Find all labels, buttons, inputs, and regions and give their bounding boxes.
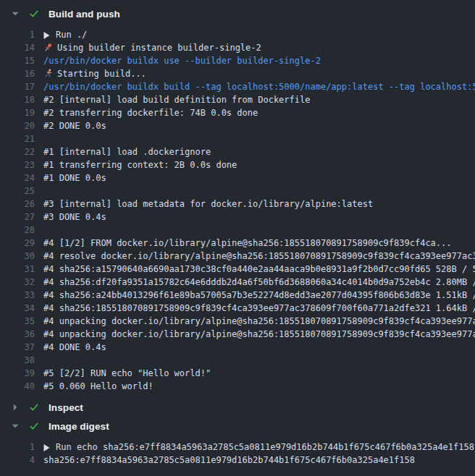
log-line: 18 #2 [internal] load build definition f…: [0, 93, 475, 106]
log-line: 39 #5 [2/2] RUN echo "Hello world!": [0, 367, 475, 380]
line-number[interactable]: 1: [0, 28, 35, 41]
log-line: 1 Run echo sha256:e7ff8834a5963a2785c5a0…: [0, 441, 475, 454]
line-number[interactable]: 38: [0, 354, 35, 367]
log-line: 36 #4 unpacking docker.io/library/alpine…: [0, 328, 475, 341]
log-line: 17 /usr/bin/docker buildx build --tag lo…: [0, 80, 475, 93]
log-line: 4 sha256:e7ff8834a5963a2785c5a0811e979d1…: [0, 454, 475, 467]
chevron-down-icon[interactable]: [12, 10, 19, 17]
log-line: 25: [0, 184, 475, 197]
line-number[interactable]: 14: [0, 41, 35, 54]
log-line-content: #4 [1/2] FROM docker.io/library/alpine@s…: [43, 237, 475, 250]
actions-log-viewer: Build and push 1 Run ./ 14 Using builder…: [0, 0, 475, 476]
log-line: 24 #1 DONE 0.0s: [0, 171, 475, 184]
chevron-right-icon[interactable]: [12, 404, 19, 411]
log-line-content: Using builder instance builder-single-2: [43, 41, 475, 54]
line-number[interactable]: 20: [0, 119, 35, 132]
line-number[interactable]: 22: [0, 145, 35, 158]
log-text: #2 [internal] load build definition from…: [43, 95, 310, 105]
check-icon: [29, 9, 39, 19]
log-line-content: sha256:e7ff8834a5963a2785c5a0811e979d16b…: [43, 454, 475, 467]
log-text: #4 unpacking docker.io/library/alpine@sh…: [43, 329, 475, 339]
section-header[interactable]: Image digest: [0, 417, 475, 435]
log-line-content: #4 DONE 0.4s: [43, 341, 475, 354]
line-number[interactable]: 16: [0, 67, 35, 80]
line-number[interactable]: 31: [0, 263, 35, 276]
line-number[interactable]: 21: [0, 132, 35, 145]
line-number[interactable]: 39: [0, 367, 35, 380]
log-line-content: #4 sha256:df20fa9351a15782c64e6dddb2d4a6…: [43, 276, 475, 289]
section-title: Build and push: [49, 9, 120, 20]
check-icon: [29, 421, 39, 431]
log-line-content: #2 transferring dockerfile: 74B 0.0s don…: [43, 106, 475, 119]
section-image-digest: Image digest 1 Run echo sha256:e7ff8834a…: [0, 417, 475, 467]
log-line-content: #4 unpacking docker.io/library/alpine@sh…: [43, 328, 475, 341]
log-text: #5 [2/2] RUN echo "Hello world!": [43, 368, 211, 378]
log-text: Run ./: [56, 30, 87, 40]
line-number[interactable]: 27: [0, 211, 35, 224]
log-line: 40 #5 0.060 Hello world!: [0, 380, 475, 393]
play-icon[interactable]: [43, 442, 51, 451]
log-text: #1 DONE 0.0s: [43, 173, 106, 183]
line-number[interactable]: 33: [0, 289, 35, 302]
log-text: #1 [internal] load .dockerignore: [43, 147, 211, 157]
log-line-content: /usr/bin/docker buildx use --builder bui…: [43, 54, 475, 67]
log-line-content: /usr/bin/docker buildx build --tag local…: [43, 80, 475, 93]
line-number[interactable]: 30: [0, 250, 35, 263]
log-text: #2 transferring dockerfile: 74B 0.0s don…: [43, 108, 258, 118]
log-line: 15 /usr/bin/docker buildx use --builder …: [0, 54, 475, 67]
log-line-content: #3 DONE 0.4s: [43, 211, 475, 224]
line-number[interactable]: 24: [0, 171, 35, 184]
log-line: 37 #4 DONE 0.4s: [0, 341, 475, 354]
log-text: #2 DONE 0.0s: [43, 121, 106, 131]
log-line-content: #4 resolve docker.io/library/alpine@sha2…: [43, 250, 475, 263]
section-header[interactable]: Build and push: [0, 4, 475, 23]
log-text: Using builder instance builder-single-2: [57, 43, 261, 53]
line-number[interactable]: 28: [0, 224, 35, 237]
section-inspect: Inspect: [0, 398, 475, 417]
line-number[interactable]: 4: [0, 454, 35, 467]
line-number[interactable]: 36: [0, 328, 35, 341]
section-title: Image digest: [49, 421, 109, 432]
log-line: 28: [0, 224, 475, 237]
chevron-down-icon[interactable]: [12, 422, 19, 430]
log-line: 32 #4 sha256:df20fa9351a15782c64e6dddb2d…: [0, 276, 475, 289]
line-number[interactable]: 19: [0, 106, 35, 119]
line-number[interactable]: 35: [0, 315, 35, 328]
log-line: 33 #4 sha256:a24bb4013296f61e89ba57005a7…: [0, 289, 475, 302]
line-number[interactable]: 32: [0, 276, 35, 289]
line-number[interactable]: 17: [0, 80, 35, 93]
log-line-content: Run echo sha256:e7ff8834a5963a2785c5a081…: [43, 441, 475, 454]
line-number[interactable]: 37: [0, 341, 35, 354]
log-line-content: #3 [internal] load metadata for docker.i…: [43, 197, 475, 211]
play-icon[interactable]: [43, 30, 51, 39]
log-text: #1 transferring context: 2B 0.0s done: [43, 160, 237, 170]
line-number[interactable]: 23: [0, 158, 35, 171]
log-text: #3 [internal] load metadata for docker.i…: [43, 199, 373, 209]
check-icon: [29, 402, 39, 412]
log-text: Run echo sha256:e7ff8834a5963a2785c5a081…: [56, 442, 474, 452]
line-number[interactable]: 15: [0, 54, 35, 67]
line-number[interactable]: 18: [0, 93, 35, 106]
log-line-content: #5 [2/2] RUN echo "Hello world!": [43, 367, 475, 380]
line-number[interactable]: 25: [0, 184, 35, 197]
log-line: 1 Run ./: [0, 28, 475, 41]
log-line: 27 #3 DONE 0.4s: [0, 211, 475, 224]
log-line: 20 #2 DONE 0.0s: [0, 119, 475, 132]
line-number[interactable]: 34: [0, 302, 35, 315]
line-number[interactable]: 1: [0, 441, 35, 454]
line-number[interactable]: 29: [0, 237, 35, 250]
log-line-content: #2 [internal] load build definition from…: [43, 93, 475, 106]
log-line: 35 #4 unpacking docker.io/library/alpine…: [0, 315, 475, 328]
log-line-content: #4 unpacking docker.io/library/alpine@sh…: [43, 315, 475, 328]
log-line: 30 #4 resolve docker.io/library/alpine@s…: [0, 250, 475, 263]
log-text: sha256:e7ff8834a5963a2785c5a0811e979d16b…: [43, 455, 415, 465]
log-text: #4 sha256:185518070891758909c9f839cf4ca3…: [43, 303, 475, 313]
line-number[interactable]: 26: [0, 197, 35, 211]
log-line: 26 #3 [internal] load metadata for docke…: [0, 197, 475, 211]
log-text: #4 sha256:a24bb4013296f61e89ba57005a7b3e…: [43, 290, 475, 300]
section-header[interactable]: Inspect: [0, 398, 475, 417]
log-line-content: #5 0.060 Hello world!: [43, 380, 475, 393]
line-number[interactable]: 40: [0, 380, 35, 393]
section-build-and-push: Build and push 1 Run ./ 14 Using builder…: [0, 4, 475, 393]
log-line-content: #1 [internal] load .dockerignore: [43, 145, 475, 158]
